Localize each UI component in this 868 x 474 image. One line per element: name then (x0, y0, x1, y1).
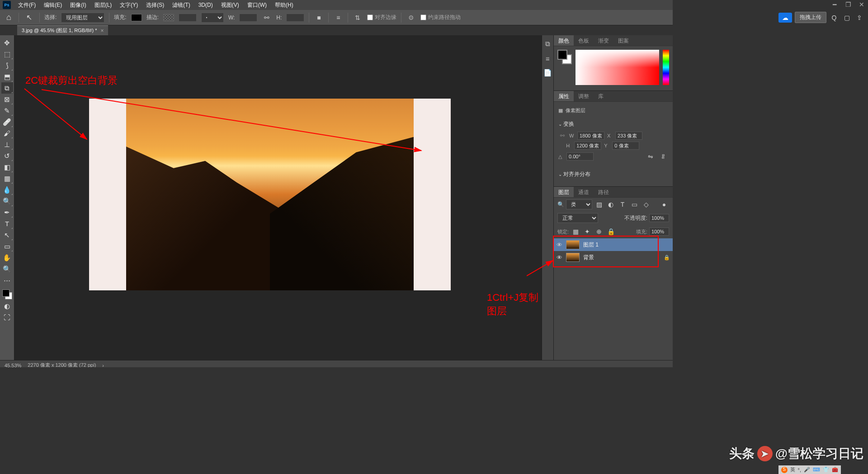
menu-help[interactable]: 帮助(H) (271, 0, 297, 10)
color-swatches[interactable] (1, 289, 13, 300)
tab-libraries[interactable]: 库 (594, 91, 608, 101)
align-edges-checkbox[interactable]: 对齐边缘 (367, 14, 396, 21)
tab-layers[interactable]: 图层 (554, 187, 574, 197)
blur-tool-icon[interactable]: 💧 (1, 184, 13, 195)
close-tab-icon[interactable]: × (100, 28, 104, 34)
width-input[interactable] (239, 14, 257, 22)
menu-select[interactable]: 选择(S) (142, 0, 168, 10)
history-brush-tool-icon[interactable]: ↺ (1, 150, 13, 161)
height-input[interactable] (286, 14, 304, 22)
healing-tool-icon[interactable]: 🩹 (1, 116, 13, 128)
filter-shape-icon[interactable]: ▭ (629, 199, 639, 209)
align-icon[interactable]: ≡ (333, 13, 343, 23)
hand-tool-icon[interactable]: ✋ (1, 252, 13, 263)
align-section[interactable]: 对齐并分布 (558, 169, 668, 180)
lock-icon[interactable]: 🔒 (664, 255, 670, 261)
path-tool-icon[interactable]: ↖ (1, 229, 13, 241)
char-panel-icon[interactable]: ≡ (543, 53, 553, 63)
eraser-tool-icon[interactable]: ◧ (1, 161, 13, 173)
paragraph-panel-icon[interactable]: 📄 (543, 68, 553, 78)
lasso-tool-icon[interactable]: ⟆ (1, 60, 13, 71)
color-picker[interactable] (576, 50, 659, 85)
fill-input[interactable] (649, 228, 669, 236)
menu-view[interactable]: 视图(V) (217, 0, 243, 10)
fg-swatch[interactable] (557, 50, 567, 60)
tab-patterns[interactable]: 图案 (613, 35, 633, 46)
angle-input[interactable] (566, 152, 594, 161)
gear-icon[interactable]: ⚙ (406, 13, 416, 23)
move-tool-icon[interactable]: ↖ (24, 13, 35, 22)
flip-v-icon[interactable]: ⥯ (658, 152, 668, 161)
layer-row[interactable]: 👁 图层 1 (554, 238, 673, 251)
marquee-tool-icon[interactable]: ⬚ (1, 48, 13, 60)
tab-gradients[interactable]: 渐变 (594, 35, 613, 46)
edit-toolbar-icon[interactable]: ⋯ (1, 275, 13, 286)
tab-properties[interactable]: 属性 (554, 91, 574, 101)
menu-filter[interactable]: 滤镜(T) (169, 0, 193, 10)
type-tool-icon[interactable]: T (1, 218, 13, 229)
fill-swatch[interactable] (131, 14, 142, 21)
brush-tool-icon[interactable]: 🖌 (1, 128, 13, 139)
eyedropper-tool-icon[interactable]: ✎ (1, 105, 13, 116)
visibility-icon[interactable]: 👁 (557, 254, 562, 261)
select-layer-dropdown[interactable]: 现用图层 (61, 13, 104, 23)
filter-image-icon[interactable]: ▨ (594, 199, 604, 209)
color-swatch-pair[interactable] (557, 50, 572, 64)
gradient-tool-icon[interactable]: ▦ (1, 173, 13, 184)
filter-smart-icon[interactable]: ◇ (641, 199, 651, 209)
layer-filter-dropdown[interactable]: 类型 (566, 199, 592, 209)
filter-icon[interactable]: 🔍 (557, 201, 564, 208)
canvas-document[interactable] (89, 99, 451, 290)
filter-toggle-icon[interactable]: ● (659, 199, 669, 209)
lock-all-icon[interactable]: 🔒 (606, 227, 616, 237)
layer-thumbnail[interactable] (566, 253, 580, 262)
tab-paths[interactable]: 路径 (594, 187, 613, 197)
stroke-style-dropdown[interactable]: ━ (201, 13, 224, 23)
x-input[interactable] (615, 132, 642, 140)
fg-color-swatch[interactable] (2, 289, 9, 297)
history-panel-icon[interactable]: ⧉ (543, 39, 553, 49)
tab-swatches[interactable]: 色板 (574, 35, 594, 46)
filter-type-icon[interactable]: T (618, 199, 627, 209)
constrain-path-checkbox[interactable]: 约束路径拖动 (420, 14, 461, 21)
selection-tool-icon[interactable]: ⬒ (1, 71, 13, 82)
quickmask-icon[interactable]: ◐ (1, 300, 13, 312)
crop-tool-icon[interactable]: ⧉ (1, 82, 13, 94)
rectangle-tool-icon[interactable]: ▭ (1, 241, 13, 252)
frame-tool-icon[interactable]: ⊠ (1, 94, 13, 105)
hue-slider[interactable] (663, 50, 669, 85)
doc-dimensions[interactable]: 2270 像素 x 1200 像素 (72 ppi) (28, 362, 96, 367)
layer-thumbnail[interactable] (566, 240, 580, 249)
link-wh-icon[interactable]: ⚯ (558, 133, 566, 139)
link-wh-icon[interactable]: ⚯ (262, 13, 272, 23)
lock-artboard-icon[interactable]: ⊕ (594, 227, 604, 237)
canvas-area[interactable]: 2C键裁剪出空白背景 1Ctrl+J复制图层 (14, 35, 542, 360)
pen-tool-icon[interactable]: ✒ (1, 207, 13, 218)
stroke-width-input[interactable] (179, 14, 197, 22)
menu-3d[interactable]: 3D(D) (195, 0, 217, 9)
filter-adjust-icon[interactable]: ◐ (606, 199, 616, 209)
menu-layer[interactable]: 图层(L) (91, 0, 116, 10)
menu-window[interactable]: 窗口(W) (244, 0, 270, 10)
y-input[interactable] (612, 142, 639, 150)
opacity-input[interactable] (649, 214, 669, 222)
blend-mode-dropdown[interactable]: 正常 (557, 213, 598, 223)
dodge-tool-icon[interactable]: 🔍 (1, 195, 13, 207)
visibility-icon[interactable]: 👁 (557, 242, 562, 248)
tab-color[interactable]: 颜色 (554, 35, 574, 46)
move-tool-icon[interactable]: ✥ (1, 37, 13, 48)
menu-type[interactable]: 文字(Y) (116, 0, 142, 10)
lock-pixels-icon[interactable]: ▦ (571, 227, 580, 237)
layer-row[interactable]: 👁 背景 🔒 (554, 251, 673, 264)
lock-position-icon[interactable]: ✦ (582, 227, 592, 237)
zoom-value[interactable]: 45.53% (5, 363, 21, 368)
height-input[interactable] (574, 142, 601, 150)
tab-channels[interactable]: 通道 (574, 187, 594, 197)
home-icon[interactable]: ⌂ (4, 13, 14, 22)
menu-edit[interactable]: 编辑(E) (40, 0, 66, 10)
transform-section[interactable]: 变换 (558, 118, 668, 130)
tab-adjustments[interactable]: 调整 (574, 91, 594, 101)
doc-tab[interactable]: 3.jpg @ 45.5% (图层 1, RGB/8#) * × (17, 25, 108, 35)
layer-name[interactable]: 背景 (583, 254, 594, 261)
menu-file[interactable]: 文件(F) (14, 0, 39, 10)
